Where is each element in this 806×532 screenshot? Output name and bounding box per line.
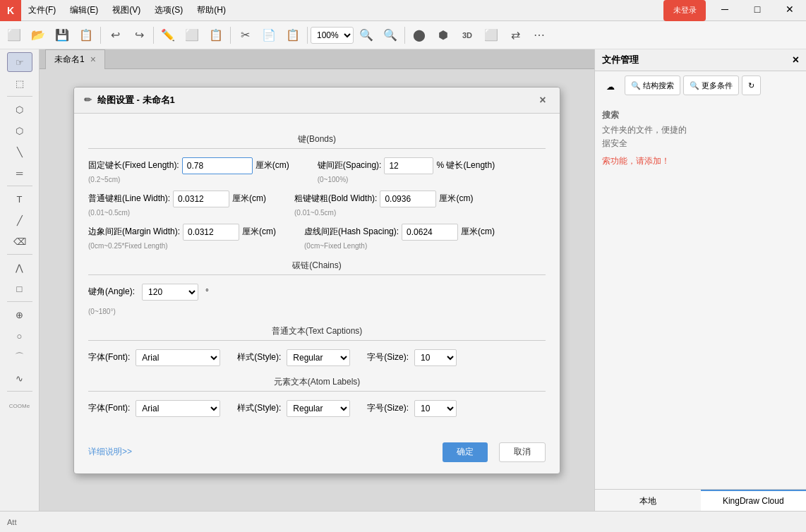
select-tool[interactable]: ⬚ xyxy=(7,73,32,93)
ring-tool[interactable]: ⬡ xyxy=(7,121,32,140)
style-select1[interactable]: Regular xyxy=(287,349,350,366)
menu-options[interactable]: 选项(S) xyxy=(148,0,190,20)
hand-tool[interactable]: ☞ xyxy=(7,52,32,72)
arrow-tool[interactable]: ╲ xyxy=(7,142,32,162)
paste-button[interactable]: 📋 xyxy=(282,24,304,47)
structure-search-button[interactable]: 🔍 结构搜索 xyxy=(625,75,680,95)
minimize-button[interactable]: ─ xyxy=(709,0,741,20)
style-select2[interactable]: Regular xyxy=(287,400,350,417)
menu-help[interactable]: 帮助(H) xyxy=(190,0,233,20)
redo-button[interactable]: ↪ xyxy=(128,24,150,47)
plus-tool[interactable]: ⊕ xyxy=(7,305,32,325)
cancel-button[interactable]: 取消 xyxy=(499,442,546,462)
more-button[interactable]: ⋯ xyxy=(528,24,551,47)
bond-tool[interactable]: ⬡ xyxy=(7,99,32,119)
spacing-unit: % 键长(Length) xyxy=(436,159,495,171)
spacing-range: (0~100%) xyxy=(318,176,495,183)
right-panel-content: 搜索 文件夹的文件，便捷的 据安全 索功能，请添加！ xyxy=(595,102,806,489)
detail-link[interactable]: 详细说明>> xyxy=(88,446,132,458)
login-button[interactable]: 未登录 xyxy=(663,0,706,21)
erase-button[interactable]: ⬜ xyxy=(181,24,203,47)
lt-sep1 xyxy=(7,96,32,97)
undo-button[interactable]: ↩ xyxy=(104,24,126,47)
menu-bar: 文件(F) 编辑(E) 视图(V) 选项(S) 帮助(H) xyxy=(21,0,661,20)
ring-button[interactable]: ⬤ xyxy=(408,24,431,47)
right-panel-title: 文件管理 xyxy=(602,54,639,66)
zoom-in-button[interactable]: 🔍 xyxy=(379,24,402,47)
select-button[interactable]: 📋 xyxy=(205,24,227,47)
save-as-button[interactable]: 📋 xyxy=(75,24,97,47)
close-button[interactable]: ✕ xyxy=(774,0,806,20)
settings-dialog: ✏ 绘图设置 - 未命名1 × 键(Bonds) 固定键长(Fixed Leng… xyxy=(73,87,560,474)
more-conditions-button[interactable]: 🔍 更多条件 xyxy=(683,75,739,95)
hash-row: 虚线间距(Hash Spacing): 厘米(cm) xyxy=(304,224,495,241)
bold-width-input[interactable] xyxy=(380,191,436,207)
toolbar-separator xyxy=(100,27,101,44)
local-tab[interactable]: 本地 xyxy=(595,490,701,511)
margin-input[interactable] xyxy=(183,224,239,241)
ok-button[interactable]: 确定 xyxy=(443,442,488,462)
menu-edit[interactable]: 编辑(E) xyxy=(63,0,105,20)
text-tool[interactable]: T xyxy=(7,189,32,209)
dialog-close-button[interactable]: × xyxy=(536,93,550,107)
chain-button[interactable]: ⬢ xyxy=(432,24,455,47)
spacing-input[interactable] xyxy=(384,157,433,174)
circle-tool[interactable]: ○ xyxy=(7,326,32,346)
eraser-tool[interactable]: ⌫ xyxy=(7,231,32,251)
copy-button[interactable]: 📄 xyxy=(258,24,280,47)
angle-select[interactable]: 120 xyxy=(142,284,198,301)
coome-tool[interactable]: COOMe xyxy=(7,396,32,416)
draw-button[interactable]: ✏️ xyxy=(157,24,179,47)
line-tool[interactable]: ╱ xyxy=(7,210,32,230)
line-width-input[interactable] xyxy=(173,191,229,207)
menu-file[interactable]: 文件(F) xyxy=(21,0,63,20)
left-toolbar: ☞ ⬚ ⬡ ⬡ ╲ ═ T ╱ ⌫ ⋀ □ ⊕ ○ ⌒ ∿ COOMe xyxy=(0,49,40,511)
lt-sep2 xyxy=(7,186,32,186)
square-tool[interactable]: □ xyxy=(7,279,32,298)
fixed-length-row: 固定键长(Fixed Length): 厘米(cm) xyxy=(88,157,289,174)
cloud-tab[interactable]: KingDraw Cloud xyxy=(701,490,807,511)
angle-unit: ° xyxy=(205,287,209,297)
save-button[interactable]: 💾 xyxy=(51,24,73,47)
line-width-range: (0.01~0.5cm) xyxy=(88,209,266,217)
size-select2[interactable]: 10 xyxy=(414,400,457,417)
dialog-footer: 详细说明>> 确定 取消 xyxy=(74,435,560,473)
3d-button[interactable]: 3D xyxy=(456,24,479,47)
app-icon: K xyxy=(0,0,21,21)
zoom-select[interactable]: 100% xyxy=(311,27,354,44)
refresh-button[interactable]: ↻ xyxy=(742,75,761,95)
curve-tool[interactable]: ∿ xyxy=(7,368,32,388)
maximize-button[interactable]: □ xyxy=(741,0,774,20)
line-width-label: 普通键粗(Line Width): xyxy=(88,193,170,205)
margin-label: 边象间距(Margin Width): xyxy=(88,226,180,238)
size-label1: 字号(Size): xyxy=(367,351,409,363)
menu-view[interactable]: 视图(V) xyxy=(105,0,148,20)
structure-button[interactable]: ⬜ xyxy=(480,24,503,47)
double-bond-tool[interactable]: ═ xyxy=(7,163,32,183)
spacing-row: 键间距(Spacing): % 键长(Length) xyxy=(318,157,495,174)
bold-width-row: 粗键键粗(Bold Width): 厘米(cm) xyxy=(294,191,473,207)
zoom-out-button[interactable]: 🔍 xyxy=(355,24,378,47)
refresh-icon: ↻ xyxy=(748,81,754,90)
fixed-length-input[interactable] xyxy=(182,157,253,174)
hash-input[interactable] xyxy=(402,224,458,241)
font-select2[interactable]: Arial xyxy=(136,400,220,417)
search-text2: 文件夹的文件，便捷的 xyxy=(602,124,799,136)
chain-tool[interactable]: ⋀ xyxy=(7,258,32,277)
rp-search-bar: ☁ 🔍 结构搜索 🔍 更多条件 ↻ xyxy=(595,71,806,102)
open-button[interactable]: 📂 xyxy=(27,24,49,47)
size-select1[interactable]: 10 xyxy=(414,349,457,366)
text-font-row: 字体(Font): Arial 样式(Style): Regular 字号(Si… xyxy=(88,349,546,366)
more-conditions-label: 更多条件 xyxy=(702,80,733,91)
reaction-button[interactable]: ⇄ xyxy=(504,24,527,47)
right-panel-close[interactable]: × xyxy=(793,54,799,66)
search-text3: 据安全 xyxy=(602,138,799,150)
angle-label: 键角(Angle): xyxy=(88,286,135,298)
search-text1: 搜索 xyxy=(602,109,799,121)
cut-button[interactable]: ✂ xyxy=(234,24,256,47)
new-button[interactable]: ⬜ xyxy=(3,24,25,47)
arc-tool[interactable]: ⌒ xyxy=(7,347,32,367)
bold-width-field: 粗键键粗(Bold Width): 厘米(cm) (0.01~0.5cm) xyxy=(294,191,473,217)
hash-field: 虚线间距(Hash Spacing): 厘米(cm) (0cm~Fixed Le… xyxy=(304,224,495,250)
font-select1[interactable]: Arial xyxy=(136,349,220,366)
